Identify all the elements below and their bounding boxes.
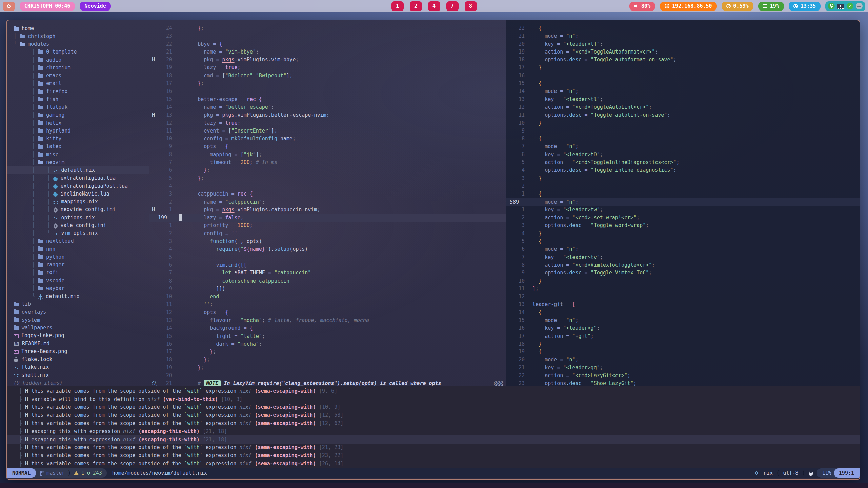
tree-item-fish[interactable]: │ fish xyxy=(14,95,149,103)
tree-item-audio[interactable]: │ audio xyxy=(14,56,149,64)
code-line[interactable]: 1 priority = 1000; xyxy=(149,222,506,229)
code-line[interactable]: 15 mode = "n"; xyxy=(506,317,860,324)
code-line[interactable]: 6 key = "<leader>tD"; xyxy=(506,151,860,159)
code-line[interactable]: 14 name = "better_escape"; xyxy=(149,103,506,111)
tree-item-christoph[interactable]: │ christoph xyxy=(14,32,149,40)
tree-item-flake.nix[interactable]: flake.nix xyxy=(14,363,149,371)
tree-item-README.md[interactable]: README.md xyxy=(14,340,149,347)
code-line[interactable]: 10 config = mkDefaultConfig name; xyxy=(149,135,506,143)
code-line[interactable]: 7 key = "<leader>tv"; xyxy=(506,253,860,261)
diagnostic-row[interactable]: ├ H this variable comes from the scope o… xyxy=(19,403,860,411)
code-line[interactable]: 6 vim.cmd([[ xyxy=(149,261,506,269)
code-line[interactable]: 10 } xyxy=(506,277,860,285)
code-line[interactable]: 14 background = { xyxy=(149,324,506,332)
code-line[interactable]: 13 flavour = "mocha"; # latte, frappe, m… xyxy=(149,317,506,324)
code-line[interactable]: 10 end xyxy=(149,293,506,301)
tree-item-firefox[interactable]: │ firefox xyxy=(14,87,149,95)
code-line[interactable]: H1 pkg = pkgs.vimPlugins.catppuccin-nvim… xyxy=(149,206,506,214)
code-line[interactable]: 14 mode = "n"; xyxy=(506,87,860,95)
tree-item-home[interactable]: home xyxy=(14,24,149,32)
code-line[interactable]: 11 options.desc = "Toggle autolint-on-sa… xyxy=(506,111,860,119)
tree-item-python[interactable]: │ python xyxy=(14,253,149,261)
code-line[interactable]: i21 # NOTE In LazyVim require("clang_ext… xyxy=(149,380,506,386)
code-line[interactable]: 20 key = "<leader>tf"; xyxy=(506,40,860,48)
code-line[interactable]: 5 { xyxy=(506,238,860,245)
code-line[interactable]: 11 event = ["InsertEnter"]; xyxy=(149,127,506,135)
code-line[interactable]: 3 catppuccin = rec { xyxy=(149,190,506,198)
code-line[interactable]: 589 mode = "n"; xyxy=(506,198,860,206)
spotify-tray-icon[interactable] xyxy=(856,3,863,9)
tree-item-wallpapers[interactable]: wallpapers xyxy=(14,324,149,332)
code-line[interactable]: 16 key = "<leader>g"; xyxy=(506,324,860,332)
code-line[interactable]: 7 mode = "n"; xyxy=(506,143,860,150)
diagnostic-row[interactable]: ├ H variable will bind to this definitio… xyxy=(19,395,860,403)
code-line[interactable]: 19 lazy = true; xyxy=(149,64,506,72)
tree-item-modules[interactable]: └ modules xyxy=(14,40,149,48)
code-line[interactable]: 11 ''; xyxy=(149,301,506,308)
code-line[interactable]: H13 pkg = pkgs.vimPlugins.better-escape-… xyxy=(149,111,506,119)
code-line[interactable]: 22 bbye = { xyxy=(149,40,506,48)
clock-status-pill[interactable]: 13:35 xyxy=(789,2,821,11)
tree-item-lib[interactable]: lib xyxy=(14,300,149,308)
code-line[interactable]: 16 xyxy=(506,72,860,80)
db-status-pill[interactable]: 19% xyxy=(758,2,784,11)
tree-item-vale_config.ini[interactable]: │ │ vale_config.ini xyxy=(14,221,149,229)
diagnostic-row[interactable]: ├ H this variable comes from the scope o… xyxy=(19,444,860,452)
tree-item-chromium[interactable]: │ chromium xyxy=(14,64,149,72)
code-line[interactable]: 20 xyxy=(149,372,506,380)
code-line[interactable]: 22 { xyxy=(506,24,860,32)
tree-item-neovim[interactable]: │ neovim xyxy=(14,158,149,166)
code-line[interactable]: 3 } xyxy=(506,175,860,182)
tree-item-extraConfigLua.lua[interactable]: │ │ extraConfigLua.lua xyxy=(14,174,149,182)
code-line[interactable]: 21 key = "<leader>gg"; xyxy=(506,364,860,372)
diagnostic-row[interactable]: ├ H this variable comes from the scope o… xyxy=(19,451,860,460)
code-line[interactable]: 24 }; xyxy=(149,24,506,32)
tree-item-misc[interactable]: │ misc xyxy=(14,150,149,158)
tree-item-flatpak[interactable]: │ flatpak xyxy=(14,103,149,111)
workspace-button-1[interactable]: 1 xyxy=(391,1,404,11)
tree-item-Three-Bears.png[interactable]: Three-Bears.png xyxy=(14,347,149,355)
tree-item-ranger[interactable]: │ ranger xyxy=(14,261,149,269)
tree-item-hyprland[interactable]: │ hyprland xyxy=(14,127,149,135)
code-line[interactable]: 199 lazy = false; xyxy=(149,214,506,222)
code-line[interactable]: 17 }; xyxy=(149,348,506,356)
code-line[interactable]: 5 action = "<cmd>ToggleInlineDiagnostics… xyxy=(506,159,860,166)
speaker-status-pill[interactable]: 80% xyxy=(629,2,655,11)
diagnostic-row[interactable]: ├ H this variable comes from the scope o… xyxy=(19,460,860,468)
code-line[interactable]: 5 }; xyxy=(149,175,506,182)
workspace-button-8[interactable]: 8 xyxy=(465,1,477,11)
code-line[interactable]: 19 }; xyxy=(149,364,506,372)
code-line[interactable]: 8 mapping = ["jk"]; xyxy=(149,151,506,159)
tree-item-gaming[interactable]: │ gaming xyxy=(14,111,149,119)
code-line[interactable]: 3 options.desc = "Toggle word-wrap"; xyxy=(506,222,860,229)
code-line[interactable]: 17 action = "+git"; xyxy=(506,332,860,340)
code-line[interactable]: 2 action = "<cmd>:set wrap!<cr>"; xyxy=(506,214,860,222)
tree-item-nextcloud[interactable]: │ nextcloud xyxy=(14,237,149,245)
tree-item-kitty[interactable]: │ kitty xyxy=(14,135,149,143)
code-line[interactable]: 4 options.desc = "Toggle inline diagnost… xyxy=(506,166,860,174)
code-line[interactable]: 17 } xyxy=(506,64,860,72)
code-line[interactable]: 13 key = "<leader>tl"; xyxy=(506,96,860,103)
code-line[interactable]: 11 ]; xyxy=(506,285,860,293)
tree-item-Foggy-Lake.png[interactable]: Foggy-Lake.png xyxy=(14,332,149,340)
code-line[interactable]: 20 mode = "n"; xyxy=(506,356,860,364)
code-line[interactable]: 10 } xyxy=(506,119,860,127)
code-line[interactable]: 9 xyxy=(506,127,860,135)
code-line[interactable]: 15 light = "latte"; xyxy=(149,332,506,340)
code-line[interactable]: H20 pkg = pkgs.vimPlugins.vim-bbye; xyxy=(149,56,506,64)
tree-item-nnn[interactable]: │ nnn xyxy=(14,245,149,253)
tree-item-latex[interactable]: │ latex xyxy=(14,143,149,150)
diagnostic-row[interactable]: ├ H this variable comes from the scope o… xyxy=(19,387,860,395)
tree-item-shell.nix[interactable]: shell.nix xyxy=(14,371,149,379)
code-line[interactable]: 2 config = '' xyxy=(149,230,506,238)
tree-item-0_template[interactable]: │ 0_template xyxy=(14,48,149,56)
code-line[interactable]: 18 } xyxy=(506,340,860,348)
diagnostic-row[interactable]: ├ H this variable comes from the scope o… xyxy=(19,411,860,419)
tree-item-extraConfigLuaPost.lua[interactable]: │ │ extraConfigLuaPost.lua xyxy=(14,182,149,190)
globe-status-pill[interactable]: 192.168.86.50 xyxy=(660,2,716,11)
code-line[interactable]: 12 action = "<cmd>ToggleAutoLint<cr>"; xyxy=(506,103,860,111)
code-line[interactable]: 19 action = "<cmd>ToggleAutoformat<cr>"; xyxy=(506,48,860,56)
workspace-button-2[interactable]: 2 xyxy=(410,1,422,11)
code-line[interactable]: 18 cmd = ["Bdelete" "Bwipeout"]; xyxy=(149,72,506,80)
tree-item-default.nix[interactable]: └ default.nix xyxy=(14,292,149,300)
